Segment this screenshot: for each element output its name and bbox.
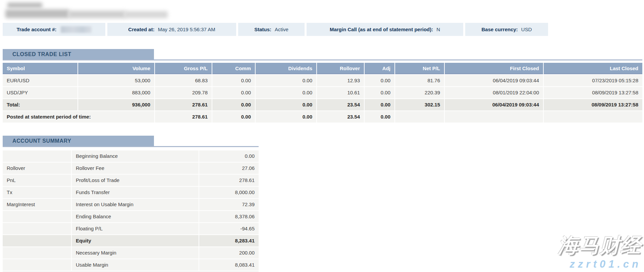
summary-key-cell [3,223,71,234]
posted-cell [395,111,444,123]
summary-label-cell: Floating P/L [72,223,199,234]
summary-key-cell [3,259,71,271]
summary-row: Usable Margin8,083.41 [3,259,259,271]
summary-key-cell: MargInterest [3,199,71,210]
info-field-label: Created at: [128,27,154,32]
redacted-blob [124,11,168,18]
summary-row: Equity8,283.41 [3,235,259,246]
total-cell: 08/09/2019 13:27:58 [544,99,642,110]
info-field-value: May 26, 2019 5:56:37 AM [158,27,215,32]
cell: 220.39 [395,87,444,98]
posted-cell: 0.00 [212,111,255,123]
posted-cell: 23.54 [317,111,364,123]
info-bar: Trade account #:Created at:May 26, 2019 … [3,23,548,36]
header-cell: Dividends [256,63,316,74]
posted-cell [445,111,543,123]
total-cell: 936,000 [78,99,154,110]
summary-label-cell: Rollover Fee [72,163,199,174]
redacted-blob [68,11,125,18]
summary-label-cell: Funds Transfer [72,187,199,198]
summary-row: Ending Balance8,378.06 [3,211,259,222]
summary-row: TxFunds Transfer8,000.00 [3,187,259,198]
header-cell: Gross P/L [155,63,212,74]
summary-label-cell: Usable Margin [72,259,199,271]
posted-row: Posted at statement period of time:278.6… [3,111,642,123]
summary-value-cell: 278.61 [199,175,259,186]
redacted-blob [5,9,69,18]
summary-row: RolloverRollover Fee27.06 [3,163,259,174]
redacted-account-number [61,26,92,33]
total-cell: 302.15 [395,99,444,110]
summary-label-cell: Interest on Usable Margin [72,199,199,210]
posted-cell: 278.61 [155,111,212,123]
info-field: Trade account #: [3,23,105,36]
summary-value-cell: 27.06 [199,163,259,174]
summary-key-cell [3,211,71,222]
info-field: Base currency:USD [465,23,548,36]
summary-value-cell: 8,283.41 [199,235,259,246]
summary-label-cell: Equity [72,235,199,246]
header-cell: Rollover [317,63,364,74]
watermark: 海马财经 zzrt01.cn [558,234,641,271]
closed-trade-list-title: CLOSED TRADE LIST [3,49,154,59]
cell: 06/04/2019 09:03:44 [445,75,543,86]
info-field-label: Status: [254,27,271,32]
summary-row: PnLProfit/Loss of Trade278.61 [3,175,259,186]
header-cell: Adj [365,63,394,74]
summary-key-cell: Rollover [3,163,71,174]
account-summary-title: ACCOUNT SUMMARY [3,136,154,146]
table-header-row: SymbolVolumeGross P/LCommDividendsRollov… [3,63,642,74]
account-summary-table: Beginning Balance0.00RolloverRollover Fe… [3,150,259,272]
header-cell: Comm [212,63,255,74]
posted-cell: 0.00 [256,111,316,123]
cell: 08/01/2019 22:04:00 [445,87,543,98]
summary-key-cell: Tx [3,187,71,198]
header-cell: Volume [78,63,154,74]
info-field-label: Margin Call (as at end of statement peri… [330,27,433,32]
summary-label-cell: Beginning Balance [72,150,199,162]
summary-label-cell: Profit/Loss of Trade [72,175,199,186]
summary-row: Necessary Margin200.00 [3,247,259,259]
cell: 68.83 [155,75,212,86]
cell: 0.00 [365,87,394,98]
summary-label-cell: Necessary Margin [72,247,199,259]
total-cell: 0.00 [365,99,394,110]
cell: 12.93 [317,75,364,86]
cell: 53,000 [78,75,154,86]
posted-cell [544,111,642,123]
total-row: Total:936,000278.610.000.0023.540.00302.… [3,99,642,110]
info-field-label: Trade account #: [16,27,56,32]
total-cell: Total: [3,99,77,110]
summary-value-cell: 8,378.06 [199,211,259,222]
watermark-url-text: zzrt01.cn [558,258,641,271]
cell: 0.00 [212,75,255,86]
summary-value-cell: 8,083.41 [199,259,259,271]
total-cell: 0.00 [256,99,316,110]
table-row: EUR/USD53,00068.830.000.0012.930.0081.76… [3,75,642,86]
section-rule [3,146,259,147]
summary-key-cell [3,247,71,259]
info-field: Status:Active [238,23,305,36]
watermark-brand-text: 海马财经 [558,234,641,257]
summary-value-cell: 200.00 [199,247,259,259]
cell: 209.78 [155,87,212,98]
cell: 0.00 [256,75,316,86]
summary-key-cell [3,235,71,246]
cell: 0.00 [256,87,316,98]
closed-trade-list-section: CLOSED TRADE LIST SymbolVolumeGross P/LC… [3,49,642,123]
table-row: USD/JPY883,000209.780.000.0010.610.00220… [3,87,642,98]
info-field-value: Active [275,27,288,32]
summary-value-cell: -94.65 [199,223,259,234]
header-cell: Symbol [3,63,77,74]
cell: USD/JPY [3,87,77,98]
cell: 883,000 [78,87,154,98]
cell: 10.61 [317,87,364,98]
cell: 81.76 [395,75,444,86]
section-rule [3,59,642,60]
summary-label-cell: Ending Balance [72,211,199,222]
cell: 08/09/2019 13:27:58 [544,87,642,98]
info-field-value: N [436,27,440,32]
cell: 0.00 [212,87,255,98]
closed-trade-list-table: SymbolVolumeGross P/LCommDividendsRollov… [3,63,642,123]
account-summary-section: ACCOUNT SUMMARY Beginning Balance0.00Rol… [3,136,259,272]
